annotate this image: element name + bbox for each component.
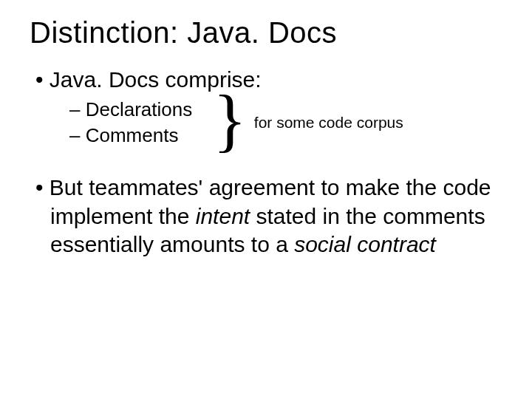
curly-brace-icon: } bbox=[213, 95, 247, 145]
italic-intent: intent bbox=[196, 204, 250, 228]
italic-social-contract: social contract bbox=[294, 232, 436, 256]
slide: Distinction: Java. Docs Java. Docs compr… bbox=[0, 0, 532, 399]
sub-bullet-group: Declarations Comments } for some code co… bbox=[69, 97, 502, 149]
sub-item-comments: Comments bbox=[69, 123, 192, 149]
bullet-social-contract: But teammates' agreement to make the cod… bbox=[30, 174, 502, 259]
sub-item-declarations: Declarations bbox=[69, 97, 192, 123]
sub-bullet-list: Declarations Comments bbox=[69, 97, 192, 149]
brace-annotation: for some code corpus bbox=[254, 114, 403, 132]
bullet-comprise: Java. Docs comprise: bbox=[30, 67, 502, 92]
slide-title: Distinction: Java. Docs bbox=[30, 16, 502, 50]
